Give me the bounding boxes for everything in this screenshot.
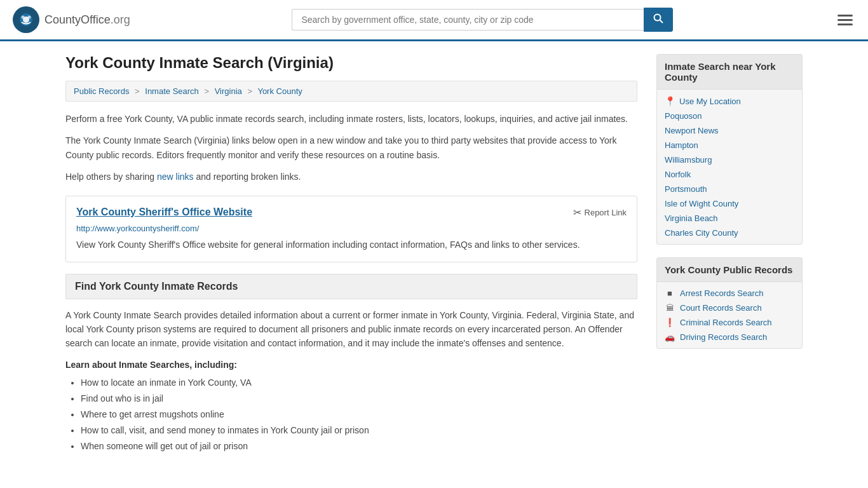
sidebar-inmate-item[interactable]: Newport News bbox=[657, 123, 802, 138]
find-records-body: A York County Inmate Search provides det… bbox=[65, 308, 637, 351]
content-area: York County Inmate Search (Virginia) Pub… bbox=[65, 54, 637, 455]
breadcrumb-public-records[interactable]: Public Records bbox=[74, 86, 129, 96]
list-item: When someone will get out of jail or pri… bbox=[81, 438, 637, 454]
pub-icon: 🏛 bbox=[665, 303, 675, 313]
location-pin-icon: 📍 bbox=[665, 96, 675, 106]
sidebar-public-link[interactable]: Criminal Records Search bbox=[680, 318, 772, 327]
site-header: CountyOffice.org bbox=[0, 0, 868, 41]
sidebar-inmate-link[interactable]: Hampton bbox=[665, 140, 794, 150]
sidebar-inmate-link[interactable]: Norfolk bbox=[665, 170, 794, 179]
report-link-button[interactable]: ✂ Report Link bbox=[573, 207, 627, 219]
inmate-search-sidebar-title: Inmate Search near York County bbox=[657, 55, 802, 90]
sidebar-inmate-link[interactable]: Virginia Beach bbox=[665, 214, 794, 223]
description-2: The York County Inmate Search (Virginia)… bbox=[65, 133, 637, 162]
sidebar-public-link[interactable]: Arrest Records Search bbox=[680, 288, 764, 298]
svg-point-5 bbox=[654, 15, 661, 21]
sidebar-inmate-item[interactable]: Charles City County bbox=[657, 226, 802, 240]
menu-button[interactable] bbox=[835, 12, 855, 28]
public-records-sidebar-title: York County Public Records bbox=[657, 258, 802, 282]
sidebar-inmate-link[interactable]: Charles City County bbox=[665, 228, 794, 238]
description-3: Help others by sharing new links and rep… bbox=[65, 170, 637, 184]
sidebar-public-link[interactable]: Court Records Search bbox=[680, 303, 762, 313]
sidebar-inmate-link[interactable]: Poquoson bbox=[665, 111, 794, 121]
learn-heading: Learn about Inmate Searches, including: bbox=[65, 360, 637, 370]
pub-icon: 🚗 bbox=[665, 332, 675, 342]
sidebar-public-item[interactable]: 🏛Court Records Search bbox=[657, 301, 802, 315]
find-records-heading: Find York County Inmate Records bbox=[65, 274, 637, 299]
pub-icon: ■ bbox=[665, 288, 675, 298]
sidebar-inmate-link[interactable]: Newport News bbox=[665, 126, 794, 135]
breadcrumb-virginia[interactable]: Virginia bbox=[215, 86, 242, 96]
list-item: How to call, visit, and send money to in… bbox=[81, 423, 637, 438]
sidebar: Inmate Search near York County 📍 Use My … bbox=[656, 54, 803, 455]
search-button[interactable] bbox=[644, 8, 673, 32]
public-records-sidebar-list: ■Arrest Records Search🏛Court Records Sea… bbox=[657, 282, 802, 348]
use-my-location-link[interactable]: 📍 Use My Location bbox=[665, 96, 794, 106]
breadcrumb-york-county[interactable]: York County bbox=[257, 86, 302, 96]
link-card-url[interactable]: http://www.yorkcountysheriff.com/ bbox=[76, 224, 627, 233]
sidebar-public-link[interactable]: Driving Records Search bbox=[680, 332, 767, 342]
list-item: Find out who is in jail bbox=[81, 391, 637, 407]
report-icon: ✂ bbox=[573, 207, 581, 219]
sidebar-inmate-item[interactable]: Poquoson bbox=[657, 109, 802, 123]
link-card: York County Sheriff's Office Website ✂ R… bbox=[65, 196, 637, 262]
sidebar-inmate-link[interactable]: Isle of Wight County bbox=[665, 199, 794, 208]
sidebar-inmate-item[interactable]: Williamsburg bbox=[657, 152, 802, 167]
search-input[interactable] bbox=[292, 9, 644, 30]
logo-text: CountyOffice.org bbox=[44, 13, 130, 27]
svg-point-3 bbox=[22, 16, 25, 19]
list-item: How to locate an inmate in York County, … bbox=[81, 375, 637, 391]
breadcrumb-sep-2: > bbox=[204, 86, 209, 96]
logo-icon bbox=[13, 6, 39, 33]
new-links-link[interactable]: new links bbox=[157, 172, 194, 182]
link-card-header: York County Sheriff's Office Website ✂ R… bbox=[76, 207, 627, 219]
page-title: York County Inmate Search (Virginia) bbox=[65, 54, 637, 72]
inmate-search-sidebar-section: Inmate Search near York County 📍 Use My … bbox=[656, 54, 803, 245]
list-item: Where to get arrest mugshots online bbox=[81, 407, 637, 423]
sidebar-inmate-item[interactable]: Hampton bbox=[657, 138, 802, 152]
breadcrumb-sep-1: > bbox=[135, 86, 140, 96]
sidebar-public-item[interactable]: 🚗Driving Records Search bbox=[657, 330, 802, 344]
sidebar-public-item[interactable]: ❗Criminal Records Search bbox=[657, 315, 802, 330]
description-1: Perform a free York County, VA public in… bbox=[65, 112, 637, 126]
learn-list: How to locate an inmate in York County, … bbox=[65, 375, 637, 455]
logo-area: CountyOffice.org bbox=[13, 6, 130, 33]
breadcrumb-inmate-search[interactable]: Inmate Search bbox=[145, 86, 199, 96]
sidebar-public-item[interactable]: ■Arrest Records Search bbox=[657, 286, 802, 301]
sidebar-inmate-link[interactable]: Williamsburg bbox=[665, 155, 794, 165]
main-container: York County Inmate Search (Virginia) Pub… bbox=[53, 41, 815, 468]
sidebar-inmate-item[interactable]: Virginia Beach bbox=[657, 211, 802, 226]
use-my-location-item[interactable]: 📍 Use My Location bbox=[657, 93, 802, 109]
sidebar-inmate-item[interactable]: Portsmouth bbox=[657, 182, 802, 196]
breadcrumb-sep-3: > bbox=[247, 86, 252, 96]
link-card-description: View York County Sheriff's Office websit… bbox=[76, 238, 627, 252]
pub-icon: ❗ bbox=[665, 318, 675, 327]
search-area bbox=[292, 8, 673, 32]
svg-line-6 bbox=[660, 20, 663, 24]
link-card-title[interactable]: York County Sheriff's Office Website bbox=[76, 207, 252, 218]
public-records-sidebar-section: York County Public Records ■Arrest Recor… bbox=[656, 257, 803, 349]
sidebar-inmate-item[interactable]: Norfolk bbox=[657, 167, 802, 182]
inmate-search-sidebar-list: 📍 Use My Location PoquosonNewport NewsHa… bbox=[657, 90, 802, 244]
sidebar-inmate-link[interactable]: Portsmouth bbox=[665, 184, 794, 194]
svg-point-4 bbox=[28, 16, 31, 19]
breadcrumb: Public Records > Inmate Search > Virgini… bbox=[65, 81, 637, 102]
sidebar-inmate-item[interactable]: Isle of Wight County bbox=[657, 196, 802, 211]
